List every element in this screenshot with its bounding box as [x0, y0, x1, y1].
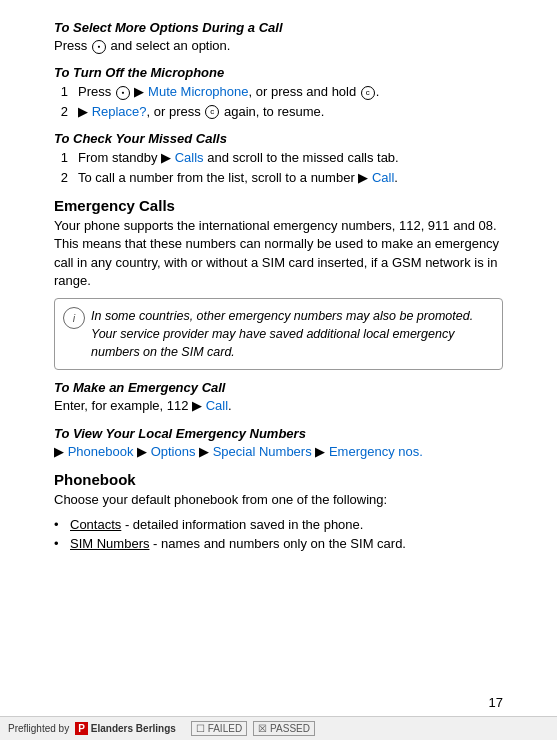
contacts-label: Contacts: [70, 517, 121, 532]
step-2: 2 ▶ Replace?, or press c again, to resum…: [54, 102, 503, 122]
joystick-icon: [116, 86, 130, 100]
menu-options: Options: [151, 444, 196, 459]
menu-emergency-nos: Emergency nos.: [329, 444, 423, 459]
make-emergency-body: Enter, for example, 112 ▶ Call.: [54, 397, 503, 415]
step-text: From standby ▶ Calls and scroll to the m…: [78, 148, 399, 168]
step-num: 1: [54, 148, 68, 168]
step-text: To call a number from the list, scroll t…: [78, 168, 398, 188]
preflight-bar: Preflighted by P Elanders Berlings ☐ FAI…: [0, 716, 557, 740]
tip-icon: i: [63, 307, 85, 329]
menu-item-mute: Mute Microphone: [148, 84, 248, 99]
bullet-text: SIM Numbers - names and numbers only on …: [70, 534, 406, 554]
preflight-separator: [182, 723, 185, 734]
missed-step-1: 1 From standby ▶ Calls and scroll to the…: [54, 148, 503, 168]
step-num: 2: [54, 168, 68, 188]
section-emergency-calls: Emergency Calls Your phone supports the …: [54, 197, 503, 370]
section-phonebook: Phonebook Choose your default phonebook …: [54, 471, 503, 554]
section-select-more-body: Press and select an option.: [54, 37, 503, 55]
phonebook-bullets: • Contacts - detailed information saved …: [54, 515, 503, 554]
view-emergency-body: ▶ Phonebook ▶ Options ▶ Special Numbers …: [54, 443, 503, 461]
phonebook-body: Choose your default phonebook from one o…: [54, 491, 503, 509]
section-select-more: To Select More Options During a Call Pre…: [54, 20, 503, 55]
make-emergency-title: To Make an Emergency Call: [54, 380, 503, 395]
emergency-calls-body: Your phone supports the international em…: [54, 217, 503, 290]
checkbox-pass-icon: ☒: [258, 723, 267, 734]
section-turn-off-mic: To Turn Off the Microphone 1 Press ▶ Mut…: [54, 65, 503, 121]
menu-phonebook: Phonebook: [68, 444, 134, 459]
passed-label: PASSED: [270, 723, 310, 734]
menu-item-replace: Replace?: [92, 104, 147, 119]
page: To Select More Options During a Call Pre…: [0, 0, 557, 740]
tip-box: i In some countries, other emergency num…: [54, 298, 503, 370]
menu-item-calls: Calls: [175, 150, 204, 165]
bullet-icon: •: [54, 534, 64, 554]
page-number: 17: [489, 695, 503, 710]
preflight-failed-badge: ☐ FAILED: [191, 721, 247, 736]
step-text: ▶ Replace?, or press c again, to resume.: [78, 102, 324, 122]
section-missed-calls: To Check Your Missed Calls 1 From standb…: [54, 131, 503, 187]
joystick-icon: [92, 40, 106, 54]
failed-label: FAILED: [208, 723, 242, 734]
preflight-passed-badge: ☒ PASSED: [253, 721, 315, 736]
section-select-more-title: To Select More Options During a Call: [54, 20, 503, 35]
section-turn-off-mic-title: To Turn Off the Microphone: [54, 65, 503, 80]
bullet-sim-numbers: • SIM Numbers - names and numbers only o…: [54, 534, 503, 554]
content-area: To Select More Options During a Call Pre…: [0, 0, 557, 584]
step-1: 1 Press ▶ Mute Microphone, or press and …: [54, 82, 503, 102]
menu-special-numbers: Special Numbers: [213, 444, 312, 459]
preflight-brand: Elanders Berlings: [91, 723, 176, 734]
phonebook-title: Phonebook: [54, 471, 503, 488]
missed-calls-steps: 1 From standby ▶ Calls and scroll to the…: [54, 148, 503, 187]
section-missed-calls-title: To Check Your Missed Calls: [54, 131, 503, 146]
preflight-logo: P Elanders Berlings: [75, 722, 176, 735]
step-text: Press ▶ Mute Microphone, or press and ho…: [78, 82, 379, 102]
sim-numbers-label: SIM Numbers: [70, 536, 149, 551]
preflight-label: Preflighted by: [8, 723, 69, 734]
tip-text: In some countries, other emergency numbe…: [91, 307, 492, 361]
preflight-p-icon: P: [75, 722, 88, 735]
c-button-icon: c: [361, 86, 375, 100]
section-make-emergency: To Make an Emergency Call Enter, for exa…: [54, 380, 503, 415]
bullet-contacts: • Contacts - detailed information saved …: [54, 515, 503, 535]
bullet-icon: •: [54, 515, 64, 535]
section-view-emergency: To View Your Local Emergency Numbers ▶ P…: [54, 426, 503, 461]
turn-off-mic-steps: 1 Press ▶ Mute Microphone, or press and …: [54, 82, 503, 121]
view-emergency-title: To View Your Local Emergency Numbers: [54, 426, 503, 441]
step-num: 1: [54, 82, 68, 102]
menu-item-call-2: Call: [206, 398, 228, 413]
checkbox-fail-icon: ☐: [196, 723, 205, 734]
c-button-icon-2: c: [205, 105, 219, 119]
menu-item-call: Call: [372, 170, 394, 185]
bullet-text: Contacts - detailed information saved in…: [70, 515, 363, 535]
missed-step-2: 2 To call a number from the list, scroll…: [54, 168, 503, 188]
emergency-calls-title: Emergency Calls: [54, 197, 503, 214]
step-num: 2: [54, 102, 68, 122]
